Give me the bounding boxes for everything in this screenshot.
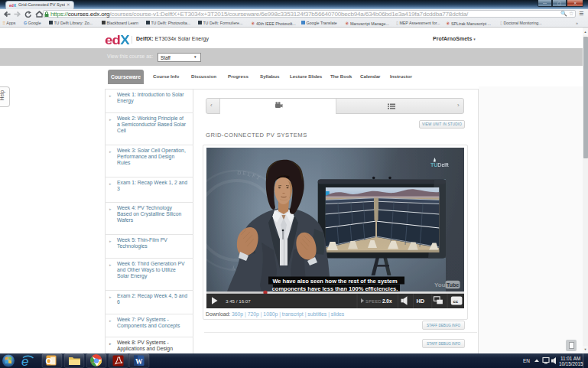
svg-text:We have also seen how the rest: We have also seen how the rest of the sy…	[272, 278, 398, 285]
svg-text:10/15/2015: 10/15/2015	[559, 361, 583, 366]
svg-text:11:01 AM: 11:01 AM	[560, 356, 580, 361]
svg-text:cc: cc	[453, 299, 459, 304]
svg-text:SPEED: SPEED	[365, 299, 382, 304]
svg-text:You: You	[434, 282, 446, 288]
svg-text:TUDelft: TUDelft	[430, 162, 449, 168]
svg-text:EN: EN	[523, 358, 530, 363]
svg-text:O: O	[46, 357, 53, 366]
svg-text:W: W	[135, 358, 143, 366]
svg-text:2.0x: 2.0x	[382, 298, 392, 304]
svg-text:3:45 / 16:07: 3:45 / 16:07	[226, 298, 251, 304]
svg-text:components have less than 100%: components have less than 100% efficienc…	[272, 285, 398, 292]
svg-text:HD: HD	[417, 298, 425, 304]
svg-text:Tube: Tube	[447, 282, 459, 288]
